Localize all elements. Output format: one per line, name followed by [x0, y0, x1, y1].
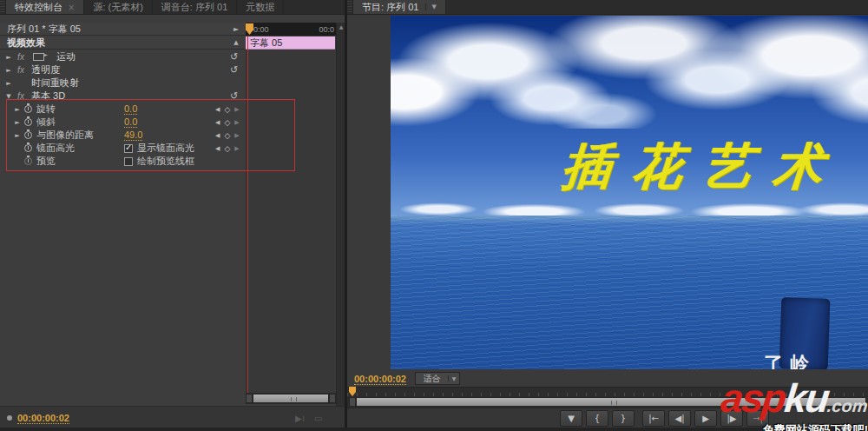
panel-grip[interactable]	[0, 0, 6, 14]
effect-label: 时间重映射	[31, 76, 79, 90]
playhead-line[interactable]	[247, 36, 248, 393]
expander-icon[interactable]: ▼	[3, 93, 14, 100]
reset-effect-icon[interactable]: ↺	[230, 51, 238, 63]
tab-effect-controls[interactable]: 特效控制台 ×	[6, 0, 84, 14]
toggle-animation-icon[interactable]	[24, 131, 32, 139]
checkbox-checked-icon[interactable]	[124, 144, 133, 153]
zoom-level-value: 适合	[416, 373, 448, 385]
param-value[interactable]: 49.0	[124, 129, 142, 141]
toggle-audio-units-icon[interactable]: ▭	[314, 414, 322, 423]
clip-header-title: 序列 01 * 字幕 05	[7, 23, 81, 36]
mini-timeline-ruler[interactable]: 0:00 00:0	[246, 23, 336, 36]
param-label: 与图像的距离	[36, 129, 94, 142]
prev-keyframe-icon[interactable]: ◀	[215, 145, 220, 152]
section-title: 视频效果	[7, 36, 45, 50]
add-keyframe-icon[interactable]: ◇	[224, 144, 230, 153]
zoom-level-select[interactable]: 适合 ▼	[415, 372, 460, 385]
mark-in-icon: {	[595, 414, 600, 423]
left-panel-tabbar: 特效控制台 × 源: (无素材) 调音台: 序列 01 元数据	[0, 0, 345, 15]
effect-row-motion[interactable]: ► fx 运动 ↺	[0, 50, 246, 63]
toggle-animation-icon[interactable]	[24, 118, 32, 126]
clip-header-row: 序列 01 * 字幕 05 ►	[0, 23, 246, 36]
keyframe-timeline-area[interactable]	[246, 50, 336, 393]
param-row-tilt[interactable]: ► 倾斜 0.0 ◀ ◇ ▶	[0, 116, 246, 129]
timeline-toggle-icon[interactable]: ►	[231, 25, 241, 33]
tab-audio-mixer[interactable]: 调音台: 序列 01	[153, 0, 237, 14]
effect-row-opacity[interactable]: ► fx 透明度 ↺	[0, 63, 246, 76]
effect-row-basic-3d[interactable]: ▼ fx 基本 3D ↺	[0, 90, 246, 103]
param-value[interactable]: 0.0	[124, 103, 137, 115]
expander-icon[interactable]: ►	[3, 67, 14, 74]
add-keyframe-icon[interactable]: ◇	[224, 105, 230, 114]
add-marker-button[interactable]: ▼	[560, 410, 582, 427]
expander-icon[interactable]: ►	[12, 132, 23, 139]
param-value[interactable]: 0.0	[124, 116, 137, 128]
watermark-brand-red: asp	[719, 375, 787, 421]
toggle-animation-icon[interactable]	[24, 105, 32, 113]
keyframe-nav: ◀ ◇ ▶	[215, 105, 240, 114]
param-row-specular[interactable]: 镜面高光 显示镜面高光 ◀ ◇ ▶	[0, 142, 246, 155]
video-clouds	[391, 16, 868, 129]
param-row-distance[interactable]: ► 与图像的距离 49.0 ◀ ◇ ▶	[0, 129, 246, 142]
effect-row-time-remap[interactable]: ► 时间重映射	[0, 76, 246, 90]
tab-label: 节目: 序列 01	[362, 1, 418, 14]
video-frame[interactable]: 插花艺术 了岭	[391, 16, 868, 369]
status-dot-icon	[7, 415, 12, 421]
tab-metadata[interactable]: 元数据	[237, 0, 284, 14]
tab-label: 源: (无素材)	[93, 1, 142, 14]
prev-keyframe-icon[interactable]: ◀	[215, 132, 220, 139]
step-back-button[interactable]: ◀|	[668, 410, 691, 427]
expander-icon[interactable]: ►	[3, 54, 14, 61]
toggle-animation-icon[interactable]	[24, 144, 32, 152]
expander-icon[interactable]: ►	[12, 119, 23, 126]
prev-keyframe-icon[interactable]: ◀	[215, 106, 220, 113]
watermark-domain: .com	[826, 396, 868, 415]
chevron-down-icon[interactable]: ▼	[425, 3, 436, 10]
param-row-preview[interactable]: 预览 绘制预览线框	[0, 155, 246, 168]
marker-icon: ▼	[568, 414, 575, 423]
tab-close-icon[interactable]: ×	[68, 3, 75, 12]
add-keyframe-icon[interactable]: ◇	[224, 118, 230, 127]
add-keyframe-icon[interactable]: ◇	[224, 131, 230, 140]
tab-source[interactable]: 源: (无素材)	[84, 0, 152, 14]
tab-program-monitor[interactable]: 节目: 序列 01 ▼	[353, 0, 446, 14]
scroll-left-button[interactable]	[246, 394, 253, 403]
next-keyframe-icon[interactable]: ▶	[234, 145, 239, 152]
prev-keyframe-icon[interactable]: ◀	[215, 119, 220, 126]
panel-grip[interactable]	[347, 0, 353, 14]
expander-icon[interactable]: ►	[3, 80, 14, 87]
fx-badge-icon[interactable]: fx	[14, 52, 28, 62]
scroll-right-button[interactable]	[329, 394, 336, 403]
partial-watermark-text: 了岭	[764, 351, 851, 369]
checkbox-label: 绘制预览线框	[137, 155, 194, 168]
next-keyframe-icon[interactable]: ▶	[234, 106, 239, 113]
keyframe-nav: ◀ ◇ ▶	[215, 144, 240, 153]
scrollbar-thumb[interactable]	[253, 394, 329, 403]
program-timecode[interactable]: 00:00:00:02	[354, 374, 406, 385]
video-effects-section-row: 视频效果 ▲	[0, 36, 246, 50]
play-audio-icon[interactable]: ▶≀	[295, 414, 305, 423]
checkbox-unchecked-icon[interactable]	[124, 157, 133, 166]
next-keyframe-icon[interactable]: ▶	[234, 119, 239, 126]
preview-checkbox-group: 绘制预览线框	[124, 155, 194, 168]
collapse-section-icon[interactable]: ▲	[231, 39, 241, 46]
ruler-tick-label: 00:0	[319, 25, 334, 34]
motion-icon	[33, 53, 44, 61]
param-row-rotation[interactable]: ► 旋转 0.0 ◀ ◇ ▶	[0, 103, 246, 116]
toggle-animation-icon[interactable]	[24, 157, 32, 165]
vertical-scrollbar[interactable]: ▲ ▼	[336, 23, 345, 421]
mark-in-button[interactable]: {	[586, 410, 608, 427]
horizontal-scrollbar[interactable]	[246, 393, 336, 404]
scroll-left-button[interactable]	[349, 397, 356, 407]
mark-out-button[interactable]: }	[612, 410, 635, 427]
timeline-clip[interactable]: 字幕 05	[246, 36, 335, 50]
fx-badge-icon[interactable]: fx	[14, 65, 28, 75]
next-keyframe-icon[interactable]: ▶	[234, 132, 239, 139]
fx-badge-icon[interactable]: fx	[14, 91, 28, 101]
checkbox-label: 显示镜面高光	[137, 142, 194, 155]
reset-effect-icon[interactable]: ↺	[230, 64, 238, 76]
reset-effect-icon[interactable]: ↺	[230, 90, 238, 102]
current-timecode[interactable]: 00:00:00:02	[17, 413, 69, 424]
expander-icon[interactable]: ►	[12, 106, 23, 113]
go-to-in-button[interactable]: |←	[642, 410, 665, 427]
